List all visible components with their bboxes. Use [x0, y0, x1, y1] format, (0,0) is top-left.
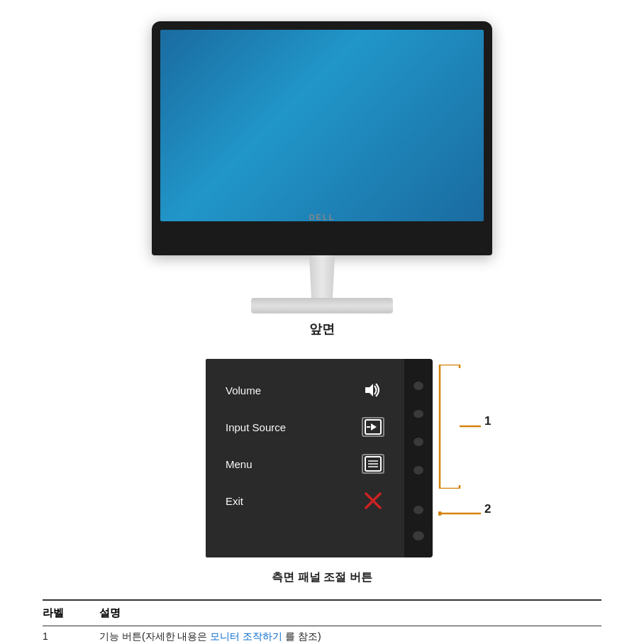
- osd-volume-icon: [362, 380, 384, 400]
- side-panel: [404, 359, 433, 557]
- row1-text-after: 를 참조): [285, 631, 321, 642]
- monitor-link[interactable]: 모니터 조작하기: [210, 631, 282, 642]
- header-col-desc: 설명: [99, 606, 601, 620]
- osd-item-input: Input Source: [220, 409, 390, 445]
- osd-volume-label: Volume: [226, 384, 261, 396]
- label-2: 2: [484, 502, 491, 516]
- label-table: 라벨 설명 1 기능 버튼(자세한 내용은 모니터 조작하기 를 참조) 2 전…: [43, 599, 601, 644]
- table-row-1: 1 기능 버튼(자세한 내용은 모니터 조작하기 를 참조): [43, 626, 601, 644]
- monitor-wrapper: DELL: [152, 21, 492, 313]
- osd-menu: Volume Input Source Menu: [206, 359, 404, 557]
- osd-item-menu: Menu: [220, 445, 390, 482]
- panel-caption: 측면 패널 조절 버튼: [0, 570, 644, 585]
- osd-item-volume: Volume: [220, 372, 390, 409]
- monitor-bottom-bar: DELL: [160, 221, 484, 227]
- row1-text-before: 기능 버튼(자세한 내용은: [99, 631, 210, 642]
- osd-menu-icon: [362, 454, 384, 474]
- osd-exit-icon: [362, 491, 384, 511]
- side-button-3[interactable]: [413, 438, 423, 446]
- side-button-5[interactable]: [413, 506, 423, 514]
- side-button-4[interactable]: [413, 466, 423, 474]
- monitor-outer: DELL: [152, 21, 492, 255]
- svg-marker-2: [371, 423, 377, 431]
- monitor-screen: [160, 30, 484, 221]
- monitor-section: DELL 앞면: [0, 0, 644, 345]
- side-panel-wrapper: 1 2: [404, 359, 438, 557]
- osd-input-icon: [362, 417, 384, 437]
- svg-point-12: [438, 511, 442, 516]
- side-button-2[interactable]: [413, 410, 423, 418]
- osd-exit-label: Exit: [226, 495, 243, 507]
- front-label: 앞면: [309, 321, 335, 338]
- osd-input-label: Input Source: [226, 421, 286, 433]
- svg-marker-0: [365, 384, 373, 396]
- side-button-1[interactable]: [413, 382, 423, 390]
- header-col-label: 라벨: [43, 606, 99, 620]
- row1-desc: 기능 버튼(자세한 내용은 모니터 조작하기 를 참조): [99, 631, 601, 643]
- label-1: 1: [484, 414, 491, 428]
- osd-menu-label: Menu: [226, 458, 252, 470]
- osd-panel-section: Volume Input Source Menu: [0, 345, 644, 565]
- dell-logo: DELL: [309, 213, 335, 221]
- monitor-base: [251, 298, 393, 313]
- table-header: 라벨 설명: [43, 601, 601, 626]
- row1-label: 1: [43, 631, 99, 642]
- power-button[interactable]: [413, 531, 424, 540]
- osd-item-exit: Exit: [220, 482, 390, 519]
- monitor-neck: [301, 255, 343, 298]
